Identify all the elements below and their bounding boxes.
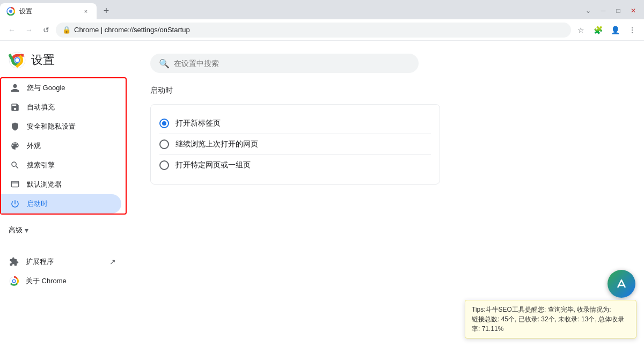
advanced-label: 高级 [9, 225, 23, 235]
chrome-about-icon [9, 276, 19, 286]
advanced-section[interactable]: 高级 ▾ [0, 221, 129, 239]
sidebar-item-google-label: 您与 Google [27, 83, 65, 93]
more-button[interactable]: ⋮ [625, 23, 640, 38]
sidebar-item-startup[interactable]: 启动时 [1, 194, 121, 214]
tab-favicon [6, 7, 15, 16]
tooltip-line2: 链接总数: 45个, 已收录: 32个, 未收录: 13个, 总体收录率: 71… [472, 314, 630, 334]
settings-search-input[interactable] [174, 59, 410, 68]
address-bar: ← → ↺ 🔒 Chrome | chrome://settings/onSta… [0, 19, 644, 41]
svg-rect-5 [11, 181, 19, 187]
section-title: 启动时 [150, 86, 623, 95]
sidebar-item-search[interactable]: 搜索引擎 [1, 156, 121, 175]
minimize-button[interactable]: ─ [597, 4, 610, 17]
tab-title: 设置 [19, 7, 77, 16]
external-link-icon: ↗ [109, 257, 116, 266]
seo-tooltip: Tips:斗牛SEO工具提醒您: 查询完毕, 收录情况为: 链接总数: 45个,… [465, 300, 636, 338]
person-icon [10, 83, 20, 93]
back-button[interactable]: ← [4, 23, 19, 38]
palette-icon [10, 141, 20, 151]
radio-specific-label: 打开特定网页或一组页 [175, 160, 251, 170]
active-tab[interactable]: 设置 × [0, 3, 97, 19]
bookmark-button[interactable]: ☆ [573, 23, 588, 38]
radio-specific-button[interactable] [159, 160, 169, 170]
svg-point-4 [16, 58, 19, 62]
seo-tool-icon[interactable] [608, 270, 635, 298]
radio-continue-button[interactable] [159, 139, 169, 149]
sidebar-item-appearance[interactable]: 外观 [1, 136, 121, 156]
sidebar-item-privacy[interactable]: 安全和隐私设置 [1, 117, 121, 136]
extensions-button[interactable]: 🧩 [590, 23, 605, 38]
sidebar-header: 设置 [0, 47, 129, 77]
shield-icon [10, 121, 20, 132]
new-tab-button[interactable]: + [99, 3, 114, 18]
startup-options-card: 打开新标签页 继续浏览上次打开的网页 打开特定网页或一组页 [150, 104, 440, 185]
svg-point-1 [9, 10, 12, 13]
chrome-logo [9, 51, 26, 69]
sidebar-item-appearance-label: 外观 [27, 141, 41, 151]
radio-new-tab[interactable]: 打开新标签页 [159, 113, 431, 134]
sidebar-item-autofill-label: 自动填充 [27, 102, 55, 112]
sidebar-item-about[interactable]: 关于 Chrome [0, 271, 125, 291]
sidebar-item-privacy-label: 安全和隐私设置 [27, 122, 76, 131]
tab-close-button[interactable]: × [82, 7, 90, 16]
sidebar-item-default-browser-label: 默认浏览器 [27, 180, 62, 189]
sidebar-item-extensions-label: 扩展程序 [26, 257, 54, 267]
sidebar-item-startup-label: 启动时 [27, 199, 48, 209]
search-bar-icon: 🔍 [159, 58, 170, 69]
chevron-down-icon: ▾ [25, 226, 28, 234]
sidebar-item-search-label: 搜索引擎 [27, 160, 55, 170]
radio-new-tab-label: 打开新标签页 [175, 119, 221, 128]
secure-icon: 🔒 [62, 26, 71, 34]
search-icon [10, 160, 20, 171]
profile-button[interactable]: 👤 [608, 23, 623, 38]
save-icon [10, 102, 20, 113]
reload-button[interactable]: ↺ [39, 23, 54, 38]
sidebar: 设置 您与 Google 自动填充 [0, 41, 129, 346]
url-text: Chrome | chrome://settings/onStartup [74, 26, 190, 34]
puzzle-icon [9, 256, 19, 267]
sidebar-item-default-browser[interactable]: 默认浏览器 [1, 175, 121, 194]
radio-new-tab-button[interactable] [159, 119, 169, 128]
sidebar-item-google[interactable]: 您与 Google [1, 78, 121, 98]
tab-search-button[interactable]: ⌄ [582, 4, 595, 17]
settings-search-bar[interactable]: 🔍 [150, 54, 419, 73]
sidebar-item-extensions[interactable]: 扩展程序 ↗ [0, 252, 125, 271]
content-area: 🔍 启动时 打开新标签页 继续浏览上次打开的网页 [129, 41, 644, 346]
close-button[interactable]: ✕ [627, 4, 640, 17]
power-icon [10, 198, 20, 209]
sidebar-item-autofill[interactable]: 自动填充 [1, 98, 121, 117]
browser-icon [10, 179, 20, 190]
url-input[interactable]: 🔒 Chrome | chrome://settings/onStartup [56, 23, 571, 38]
sidebar-item-about-label: 关于 Chrome [26, 276, 67, 286]
tooltip-line1: Tips:斗牛SEO工具提醒您: 查询完毕, 收录情况为: [472, 305, 630, 314]
svg-point-9 [13, 280, 15, 282]
radio-continue[interactable]: 继续浏览上次打开的网页 [159, 134, 431, 154]
forward-button[interactable]: → [21, 23, 36, 38]
radio-specific[interactable]: 打开特定网页或一组页 [159, 155, 431, 175]
page-title: 设置 [31, 52, 55, 68]
radio-continue-label: 继续浏览上次打开的网页 [175, 139, 258, 149]
maximize-button[interactable]: □ [612, 4, 625, 17]
